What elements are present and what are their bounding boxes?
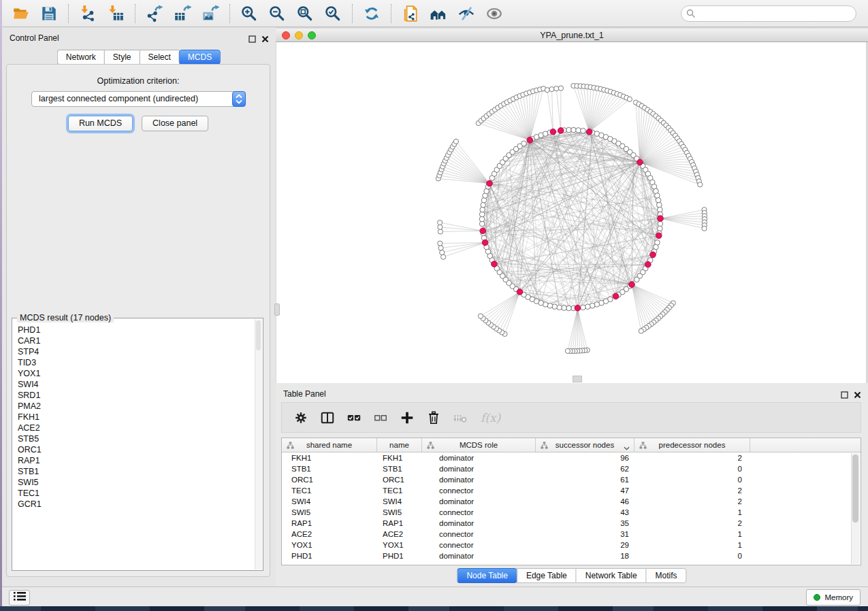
table-cell[interactable]: 43 [536,508,634,516]
table-cell[interactable]: dominator [422,552,536,560]
column-header-successor-nodes[interactable]: successor nodes [536,438,634,452]
table-scrollbar-thumb[interactable] [852,455,858,523]
table-cell[interactable]: dominator [422,497,536,506]
table-cell[interactable]: 31 [536,530,634,538]
table-cell[interactable]: TEC1 [282,486,377,495]
table-cell[interactable]: 29 [536,541,634,549]
table-cell[interactable]: 2 [634,519,750,527]
mcds-result-item[interactable]: YOX1 [13,368,255,379]
network-canvas[interactable] [276,42,866,383]
table-row[interactable]: FKH1FKH1dominator962 [282,452,861,463]
table-cell[interactable]: FKH1 [282,454,377,462]
mcds-result-item[interactable]: SWI5 [13,477,255,488]
mcds-result-item[interactable]: GCR1 [13,499,255,510]
mcds-result-item[interactable]: PMA2 [13,401,255,412]
zoom-selected-icon[interactable] [324,5,342,22]
table-scrollbar[interactable] [851,453,860,564]
float-table-panel-icon[interactable] [841,389,848,397]
close-table-panel-icon[interactable] [854,389,861,397]
mcds-result-item[interactable]: FKH1 [13,412,255,423]
splitter-grip-horizontal[interactable] [573,376,582,382]
splitter-grip-vertical[interactable] [274,303,280,316]
table-row[interactable]: STB1STB1dominator620 [282,463,861,474]
column-header-predecessor-nodes[interactable]: predecessor nodes [634,438,750,452]
table-cell[interactable]: connector [422,541,536,549]
criterion-dropdown[interactable]: largest connected component (undirected) [31,91,246,107]
export-network-icon[interactable] [146,5,163,22]
table-cell[interactable]: dominator [422,454,536,462]
table-cell[interactable]: connector [422,508,536,516]
export-table-icon[interactable] [174,5,191,22]
mcds-result-item[interactable]: STB5 [13,433,255,444]
mcds-result-item[interactable]: RAP1 [13,455,255,466]
run-mcds-button[interactable]: Run MCDS [68,116,133,131]
table-cell[interactable]: 46 [536,497,634,506]
deselect-all-icon[interactable] [373,410,388,425]
table-cell[interactable]: 2 [634,454,750,462]
table-cell[interactable]: connector [422,486,536,495]
mcds-list-scrollbar[interactable] [255,319,262,569]
zoom-out-icon[interactable] [268,5,286,22]
table-row[interactable]: SWI5SWI5connector431 [282,507,861,518]
mcds-result-item[interactable]: PHD1 [13,325,255,335]
close-panel-icon[interactable] [261,33,269,41]
delete-icon[interactable] [426,410,441,425]
refresh-network-icon[interactable] [363,5,381,22]
table-row[interactable]: SWI4SWI4dominator462 [282,496,861,507]
table-cell[interactable]: 35 [536,519,634,527]
close-panel-button[interactable]: Close panel [142,116,208,131]
table-cell[interactable]: 47 [536,486,634,495]
table-cell[interactable]: YOX1 [377,541,422,549]
network-window-titlebar[interactable]: YPA_prune.txt_1 [276,29,868,42]
task-history-button[interactable] [9,590,30,606]
table-cell[interactable]: dominator [422,476,536,484]
search-input[interactable] [681,5,856,22]
open-file-icon[interactable] [12,5,30,22]
tab-node-table[interactable]: Node Table [457,568,517,583]
select-all-icon[interactable] [347,410,361,425]
table-cell[interactable]: YOX1 [282,541,377,549]
tab-edge-table[interactable]: Edge Table [517,568,576,583]
table-cell[interactable]: FKH1 [377,454,422,462]
table-row[interactable]: ACE2ACE2connector311 [282,529,861,540]
mcds-result-list[interactable]: PHD1CAR1STP4TID3YOX1SWI4SRD1PMA2FKH1ACE2… [13,325,255,569]
table-cell[interactable]: 1 [634,508,750,516]
table-cell[interactable]: 18 [536,552,634,560]
table-cell[interactable]: PHD1 [282,552,377,560]
tab-select[interactable]: Select [140,50,179,65]
add-row-icon[interactable] [400,410,415,425]
table-cell[interactable]: ACE2 [282,530,377,538]
mcds-result-item[interactable]: SRD1 [13,390,255,401]
hide-selected-icon[interactable] [457,5,475,22]
table-cell[interactable]: ORC1 [377,476,422,484]
save-session-icon[interactable] [40,5,58,22]
memory-button[interactable]: Memory [806,589,861,606]
table-cell[interactable]: RAP1 [282,519,377,527]
table-cell[interactable]: ORC1 [282,476,377,484]
table-cell[interactable]: dominator [422,465,536,473]
table-cell[interactable]: STB1 [282,465,377,473]
mcds-result-item[interactable]: SWI4 [13,379,255,390]
table-cell[interactable]: TEC1 [377,486,422,495]
mcds-result-item[interactable]: TEC1 [13,488,255,499]
table-cell[interactable]: STB1 [377,465,422,473]
table-cell[interactable]: SWI5 [282,508,377,516]
network-graph[interactable] [276,42,866,383]
mcds-result-item[interactable]: ACE2 [13,423,255,433]
table-cell[interactable]: RAP1 [377,519,422,527]
import-network-icon[interactable] [79,5,97,22]
table-row[interactable]: ORC1ORC1dominator610 [282,474,861,485]
table-row[interactable]: PHD1PHD1dominator180 [282,550,861,561]
zoom-fit-icon[interactable] [296,5,314,22]
column-header-shared-name[interactable]: shared name [282,438,377,452]
table-cell[interactable]: ACE2 [377,530,422,538]
table-cell[interactable]: 1 [634,530,750,538]
import-table-icon[interactable] [107,5,125,22]
table-row[interactable]: YOX1YOX1connector291 [282,540,861,550]
table-cell[interactable]: 96 [536,454,634,462]
table-cell[interactable]: 61 [536,476,634,484]
table-cell[interactable]: 0 [634,476,750,484]
table-cell[interactable]: 0 [634,552,750,560]
column-header-MCDS-role[interactable]: MCDS role [422,438,536,452]
table-cell[interactable]: PHD1 [377,552,422,560]
